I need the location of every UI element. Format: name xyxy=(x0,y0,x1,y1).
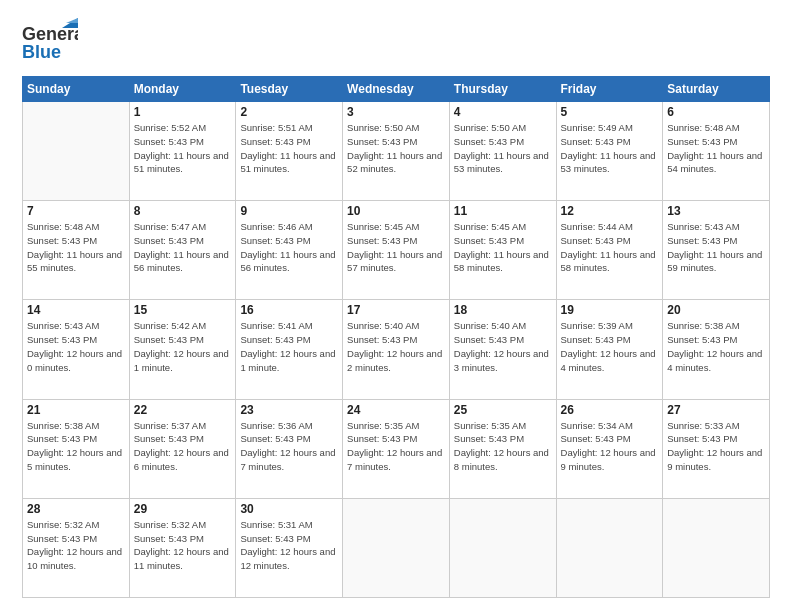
logo-icon: General Blue xyxy=(22,18,78,66)
day-info: Sunrise: 5:32 AMSunset: 5:43 PMDaylight:… xyxy=(27,518,125,573)
day-number: 22 xyxy=(134,403,232,417)
calendar-cell xyxy=(23,102,130,201)
logo: General Blue xyxy=(22,18,78,66)
calendar-cell xyxy=(663,498,770,597)
day-info: Sunrise: 5:50 AMSunset: 5:43 PMDaylight:… xyxy=(454,121,552,176)
day-number: 21 xyxy=(27,403,125,417)
day-info: Sunrise: 5:36 AMSunset: 5:43 PMDaylight:… xyxy=(240,419,338,474)
day-info: Sunrise: 5:41 AMSunset: 5:43 PMDaylight:… xyxy=(240,319,338,374)
day-info: Sunrise: 5:43 AMSunset: 5:43 PMDaylight:… xyxy=(27,319,125,374)
col-header-wednesday: Wednesday xyxy=(343,77,450,102)
day-number: 16 xyxy=(240,303,338,317)
day-info: Sunrise: 5:33 AMSunset: 5:43 PMDaylight:… xyxy=(667,419,765,474)
calendar-cell: 19Sunrise: 5:39 AMSunset: 5:43 PMDayligh… xyxy=(556,300,663,399)
page: General Blue SundayMondayTuesdayWednesda… xyxy=(0,0,792,612)
day-number: 2 xyxy=(240,105,338,119)
calendar-cell: 15Sunrise: 5:42 AMSunset: 5:43 PMDayligh… xyxy=(129,300,236,399)
calendar-cell: 26Sunrise: 5:34 AMSunset: 5:43 PMDayligh… xyxy=(556,399,663,498)
day-info: Sunrise: 5:45 AMSunset: 5:43 PMDaylight:… xyxy=(454,220,552,275)
calendar-cell: 14Sunrise: 5:43 AMSunset: 5:43 PMDayligh… xyxy=(23,300,130,399)
calendar-cell xyxy=(343,498,450,597)
day-info: Sunrise: 5:45 AMSunset: 5:43 PMDaylight:… xyxy=(347,220,445,275)
day-info: Sunrise: 5:46 AMSunset: 5:43 PMDaylight:… xyxy=(240,220,338,275)
calendar-cell: 25Sunrise: 5:35 AMSunset: 5:43 PMDayligh… xyxy=(449,399,556,498)
col-header-saturday: Saturday xyxy=(663,77,770,102)
day-number: 29 xyxy=(134,502,232,516)
calendar-cell: 21Sunrise: 5:38 AMSunset: 5:43 PMDayligh… xyxy=(23,399,130,498)
calendar-cell: 2Sunrise: 5:51 AMSunset: 5:43 PMDaylight… xyxy=(236,102,343,201)
day-number: 6 xyxy=(667,105,765,119)
day-number: 4 xyxy=(454,105,552,119)
day-info: Sunrise: 5:44 AMSunset: 5:43 PMDaylight:… xyxy=(561,220,659,275)
calendar-cell: 23Sunrise: 5:36 AMSunset: 5:43 PMDayligh… xyxy=(236,399,343,498)
calendar-cell: 9Sunrise: 5:46 AMSunset: 5:43 PMDaylight… xyxy=(236,201,343,300)
col-header-tuesday: Tuesday xyxy=(236,77,343,102)
calendar-cell: 30Sunrise: 5:31 AMSunset: 5:43 PMDayligh… xyxy=(236,498,343,597)
col-header-monday: Monday xyxy=(129,77,236,102)
day-number: 1 xyxy=(134,105,232,119)
svg-marker-3 xyxy=(66,18,78,23)
calendar-week-2: 7Sunrise: 5:48 AMSunset: 5:43 PMDaylight… xyxy=(23,201,770,300)
day-number: 28 xyxy=(27,502,125,516)
calendar-cell: 17Sunrise: 5:40 AMSunset: 5:43 PMDayligh… xyxy=(343,300,450,399)
calendar-cell: 16Sunrise: 5:41 AMSunset: 5:43 PMDayligh… xyxy=(236,300,343,399)
calendar-cell: 5Sunrise: 5:49 AMSunset: 5:43 PMDaylight… xyxy=(556,102,663,201)
day-number: 8 xyxy=(134,204,232,218)
day-info: Sunrise: 5:48 AMSunset: 5:43 PMDaylight:… xyxy=(667,121,765,176)
calendar-week-3: 14Sunrise: 5:43 AMSunset: 5:43 PMDayligh… xyxy=(23,300,770,399)
calendar-header-row: SundayMondayTuesdayWednesdayThursdayFrid… xyxy=(23,77,770,102)
day-number: 9 xyxy=(240,204,338,218)
day-info: Sunrise: 5:49 AMSunset: 5:43 PMDaylight:… xyxy=(561,121,659,176)
calendar-cell: 10Sunrise: 5:45 AMSunset: 5:43 PMDayligh… xyxy=(343,201,450,300)
calendar-cell: 29Sunrise: 5:32 AMSunset: 5:43 PMDayligh… xyxy=(129,498,236,597)
calendar-cell: 28Sunrise: 5:32 AMSunset: 5:43 PMDayligh… xyxy=(23,498,130,597)
calendar-table: SundayMondayTuesdayWednesdayThursdayFrid… xyxy=(22,76,770,598)
calendar-cell: 22Sunrise: 5:37 AMSunset: 5:43 PMDayligh… xyxy=(129,399,236,498)
day-number: 14 xyxy=(27,303,125,317)
calendar-cell xyxy=(449,498,556,597)
calendar-week-4: 21Sunrise: 5:38 AMSunset: 5:43 PMDayligh… xyxy=(23,399,770,498)
day-info: Sunrise: 5:50 AMSunset: 5:43 PMDaylight:… xyxy=(347,121,445,176)
day-info: Sunrise: 5:52 AMSunset: 5:43 PMDaylight:… xyxy=(134,121,232,176)
col-header-sunday: Sunday xyxy=(23,77,130,102)
day-number: 20 xyxy=(667,303,765,317)
calendar-cell: 24Sunrise: 5:35 AMSunset: 5:43 PMDayligh… xyxy=(343,399,450,498)
svg-text:Blue: Blue xyxy=(22,42,61,62)
day-info: Sunrise: 5:40 AMSunset: 5:43 PMDaylight:… xyxy=(454,319,552,374)
day-number: 24 xyxy=(347,403,445,417)
calendar-cell: 1Sunrise: 5:52 AMSunset: 5:43 PMDaylight… xyxy=(129,102,236,201)
day-number: 7 xyxy=(27,204,125,218)
calendar-cell: 4Sunrise: 5:50 AMSunset: 5:43 PMDaylight… xyxy=(449,102,556,201)
day-info: Sunrise: 5:35 AMSunset: 5:43 PMDaylight:… xyxy=(454,419,552,474)
day-info: Sunrise: 5:40 AMSunset: 5:43 PMDaylight:… xyxy=(347,319,445,374)
day-number: 18 xyxy=(454,303,552,317)
day-number: 5 xyxy=(561,105,659,119)
header: General Blue xyxy=(22,18,770,66)
day-number: 27 xyxy=(667,403,765,417)
calendar-week-5: 28Sunrise: 5:32 AMSunset: 5:43 PMDayligh… xyxy=(23,498,770,597)
day-number: 25 xyxy=(454,403,552,417)
day-info: Sunrise: 5:38 AMSunset: 5:43 PMDaylight:… xyxy=(27,419,125,474)
day-number: 15 xyxy=(134,303,232,317)
calendar-cell: 6Sunrise: 5:48 AMSunset: 5:43 PMDaylight… xyxy=(663,102,770,201)
day-info: Sunrise: 5:42 AMSunset: 5:43 PMDaylight:… xyxy=(134,319,232,374)
day-info: Sunrise: 5:32 AMSunset: 5:43 PMDaylight:… xyxy=(134,518,232,573)
day-number: 19 xyxy=(561,303,659,317)
day-info: Sunrise: 5:34 AMSunset: 5:43 PMDaylight:… xyxy=(561,419,659,474)
day-number: 30 xyxy=(240,502,338,516)
calendar-cell: 8Sunrise: 5:47 AMSunset: 5:43 PMDaylight… xyxy=(129,201,236,300)
day-number: 23 xyxy=(240,403,338,417)
day-info: Sunrise: 5:35 AMSunset: 5:43 PMDaylight:… xyxy=(347,419,445,474)
day-info: Sunrise: 5:47 AMSunset: 5:43 PMDaylight:… xyxy=(134,220,232,275)
day-number: 17 xyxy=(347,303,445,317)
day-number: 3 xyxy=(347,105,445,119)
calendar-cell: 11Sunrise: 5:45 AMSunset: 5:43 PMDayligh… xyxy=(449,201,556,300)
calendar-cell: 3Sunrise: 5:50 AMSunset: 5:43 PMDaylight… xyxy=(343,102,450,201)
day-number: 13 xyxy=(667,204,765,218)
calendar-cell: 7Sunrise: 5:48 AMSunset: 5:43 PMDaylight… xyxy=(23,201,130,300)
calendar-cell: 13Sunrise: 5:43 AMSunset: 5:43 PMDayligh… xyxy=(663,201,770,300)
calendar-cell: 27Sunrise: 5:33 AMSunset: 5:43 PMDayligh… xyxy=(663,399,770,498)
day-info: Sunrise: 5:37 AMSunset: 5:43 PMDaylight:… xyxy=(134,419,232,474)
col-header-thursday: Thursday xyxy=(449,77,556,102)
day-info: Sunrise: 5:51 AMSunset: 5:43 PMDaylight:… xyxy=(240,121,338,176)
